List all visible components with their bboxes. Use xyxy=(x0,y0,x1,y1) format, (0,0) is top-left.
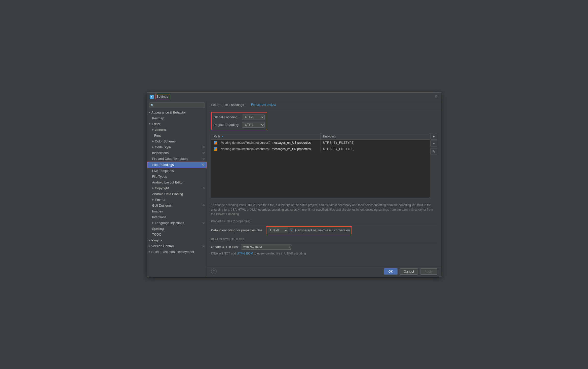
sidebar-item-label: Language Injections xyxy=(155,221,184,225)
sidebar-item-label: Inspections xyxy=(152,151,169,155)
sidebar-item-label: Android Layout Editor xyxy=(152,180,184,184)
main-content: Global Encoding: UTF-8 Project Encoding:… xyxy=(207,109,441,266)
sidebar-item-label: Code Style xyxy=(155,145,171,149)
sidebar-item-font[interactable]: Font xyxy=(147,133,207,138)
sidebar-item-file-encodings[interactable]: File Encodings ⚙ xyxy=(147,162,207,168)
title-bar: S Settings ✕ xyxy=(147,93,441,101)
sidebar-item-plugins[interactable]: ▶ Plugins xyxy=(147,237,207,243)
sidebar-item-android-data-binding[interactable]: Android Data Binding xyxy=(147,191,207,197)
chevron-right-icon: ▶ xyxy=(149,239,150,241)
edit-button[interactable]: ✎ xyxy=(430,148,437,155)
breadcrumb-current: File Encodings xyxy=(223,103,244,107)
transparent-conversion-checkbox[interactable] xyxy=(290,229,293,232)
file-icon xyxy=(214,147,217,151)
sidebar-item-android-layout-editor[interactable]: Android Layout Editor xyxy=(147,179,207,185)
close-button[interactable]: ✕ xyxy=(434,94,439,99)
main-panel: Editor › File Encodings For current proj… xyxy=(207,101,441,277)
chevron-right-icon: ▶ xyxy=(152,222,154,224)
bom-section: BOM for new UTF-8 files Create UTF-8 fil… xyxy=(211,237,437,255)
create-utf8-select[interactable]: with NO BOM with BOM with BOM (always) xyxy=(241,244,291,250)
default-encoding-select[interactable]: UTF-8 xyxy=(268,228,288,233)
project-encoding-select[interactable]: UTF-8 xyxy=(242,122,265,128)
table-row[interactable]: ...\\spring-demo\\src\\main\\resources\\… xyxy=(211,140,430,146)
remove-button[interactable]: − xyxy=(430,140,437,147)
table-header: Path ▲ Encoding xyxy=(211,133,430,140)
sidebar-item-language-injections[interactable]: ▶ Language Injections ⚙ xyxy=(147,220,207,226)
ok-button[interactable]: OK xyxy=(384,268,398,275)
search-input[interactable] xyxy=(149,102,205,108)
sidebar-item-label: Color Scheme xyxy=(155,139,176,143)
encoding-cell: UTF-8 (BY_FILETYPE) xyxy=(321,140,430,146)
sidebar-item-label: Appearance & Behavior xyxy=(151,110,186,114)
sidebar-item-emmet[interactable]: ▶ Emmet xyxy=(147,197,207,203)
svg-text:S: S xyxy=(151,95,152,98)
sidebar-item-label: File Encodings xyxy=(152,163,174,167)
sidebar-item-keymap[interactable]: Keymap xyxy=(147,115,207,121)
path-cell: ...\\spring-demo\\src\\main\\resources\\… xyxy=(211,146,321,152)
sort-icon[interactable]: ▲ xyxy=(221,135,223,138)
create-utf8-label: Create UTF-8 files: xyxy=(211,245,239,249)
utf8-bom-link[interactable]: UTF-8 BOM xyxy=(237,252,253,255)
sidebar-item-label: Copyright xyxy=(155,186,169,190)
sidebar-item-editor[interactable]: ▼ Editor xyxy=(147,121,207,127)
sidebar-item-file-types[interactable]: File Types xyxy=(147,174,207,179)
sidebar-item-inspections[interactable]: Inspections ⚙ xyxy=(147,150,207,156)
sidebar-item-build-execution[interactable]: ▶ Build, Execution, Deployment xyxy=(147,249,207,255)
path-prefix: ...\\spring-demo\\src\\main\\resources\\ xyxy=(219,141,270,144)
search-box: 🔍 xyxy=(149,102,205,108)
help-button[interactable]: ? xyxy=(211,269,217,274)
gear-icon: ⚙ xyxy=(202,163,205,166)
sidebar-item-label: Font xyxy=(154,134,161,137)
chevron-right-icon: ▶ xyxy=(149,111,150,114)
gear-icon: ⚙ xyxy=(202,187,205,190)
global-encoding-label: Global Encoding: xyxy=(214,115,239,119)
table-action-buttons: + − ✎ xyxy=(430,133,437,200)
sidebar-item-todo[interactable]: TODO xyxy=(147,232,207,237)
sidebar-item-label: TODO xyxy=(152,233,162,236)
sidebar-item-live-templates[interactable]: Live Templates xyxy=(147,168,207,174)
bom-note-suffix: to every created file in UTF-8 encoding xyxy=(253,252,306,255)
global-encoding-select[interactable]: UTF-8 xyxy=(242,115,265,120)
path-file: messages_zh_CN.properties xyxy=(272,147,311,151)
sidebar-item-copyright[interactable]: ▶ Copyright ⚙ xyxy=(147,185,207,191)
sidebar-item-intentions[interactable]: Intentions xyxy=(147,214,207,220)
bom-note: IDEA will NOT add UTF-8 BOM to every cre… xyxy=(211,252,437,255)
sidebar-item-spelling[interactable]: Spelling xyxy=(147,226,207,232)
apply-button[interactable]: Apply xyxy=(420,268,437,275)
sidebar-item-label: Intentions xyxy=(152,215,166,219)
transparent-conversion-row: Transparent native-to-ascii conversion xyxy=(290,228,350,232)
sidebar-item-label: Live Templates xyxy=(152,169,174,173)
table-row[interactable]: ...\\spring-demo\\src\\main\\resources\\… xyxy=(211,146,430,152)
bom-section-header: BOM for new UTF-8 files xyxy=(211,237,437,242)
sidebar-item-label: Version Control xyxy=(151,244,174,248)
sidebar-item-file-code-templates[interactable]: File and Code Templates ⚙ xyxy=(147,156,207,162)
sidebar-item-gui-designer[interactable]: GUI Designer ⚙ xyxy=(147,203,207,208)
sidebar-item-color-scheme[interactable]: ▶ Color Scheme xyxy=(147,138,207,144)
footer: ? OK Cancel Apply xyxy=(207,266,441,277)
gear-icon: ⚙ xyxy=(202,145,205,149)
search-icon: 🔍 xyxy=(150,103,154,107)
sidebar-item-code-style[interactable]: ▶ Code Style ⚙ xyxy=(147,144,207,150)
gear-icon: ⚙ xyxy=(202,244,205,248)
encoding-column-header: Encoding xyxy=(321,133,430,139)
sidebar-item-appearance[interactable]: ▶ Appearance & Behavior xyxy=(147,109,207,115)
sidebar-item-images[interactable]: Images xyxy=(147,208,207,214)
sidebar-item-label: Editor xyxy=(152,122,160,126)
default-encoding-row: Default encoding for properties files: U… xyxy=(211,226,437,234)
sidebar: 🔍 ▶ Appearance & Behavior Keymap ▼ Edito… xyxy=(147,101,207,277)
sidebar-item-label: File Types xyxy=(152,175,167,178)
add-button[interactable]: + xyxy=(430,133,437,140)
sidebar-item-label: Emmet xyxy=(155,198,165,202)
sidebar-item-label: Spelling xyxy=(152,227,164,231)
create-utf8-row: Create UTF-8 files: with NO BOM with BOM… xyxy=(211,244,437,250)
properties-section: Properties Files (*.properties) Default … xyxy=(211,219,437,234)
for-current-project-link[interactable]: For current project xyxy=(251,103,276,106)
gear-icon: ⚙ xyxy=(202,157,205,160)
sidebar-item-general[interactable]: ▶ General xyxy=(147,127,207,133)
sidebar-item-version-control[interactable]: ▶ Version Control ⚙ xyxy=(147,243,207,249)
chevron-right-icon: ▶ xyxy=(152,140,154,142)
breadcrumb-separator: › xyxy=(220,103,221,107)
bom-select-wrap: with NO BOM with BOM with BOM (always) xyxy=(241,244,291,250)
path-file: messages_en_US.properties xyxy=(272,141,311,144)
cancel-button[interactable]: Cancel xyxy=(400,268,418,275)
